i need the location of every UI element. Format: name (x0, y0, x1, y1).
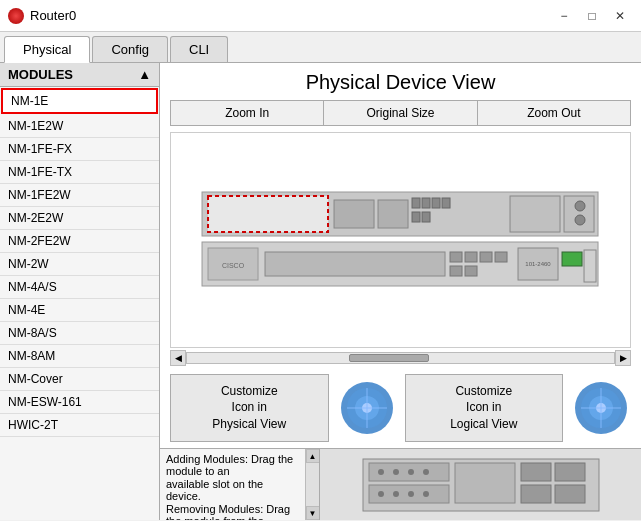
svg-rect-19 (465, 252, 477, 262)
tab-cli[interactable]: CLI (170, 36, 228, 62)
svg-rect-4 (412, 198, 420, 208)
maximize-button[interactable]: □ (579, 5, 605, 27)
module-item[interactable]: NM-8A/S (0, 322, 159, 345)
customize-logical-line1: Customize (455, 384, 512, 398)
module-item[interactable]: NM-4E (0, 299, 159, 322)
customize-logical-button[interactable]: Customize Icon in Logical View (405, 374, 564, 442)
left-panel: MODULES ▲ NM-1E NM-1E2W NM-1FE-FX NM-1FE… (0, 63, 160, 520)
customize-physical-line1: Customize (221, 384, 278, 398)
customize-physical-button[interactable]: Customize Icon in Physical View (170, 374, 329, 442)
svg-point-54 (408, 491, 414, 497)
tab-bar: Physical Config CLI (0, 32, 641, 63)
info-scrollbar[interactable]: ▲ ▼ (305, 449, 319, 520)
svg-rect-46 (521, 485, 551, 503)
svg-rect-7 (442, 198, 450, 208)
module-item[interactable]: NM-ESW-161 (0, 391, 159, 414)
svg-rect-21 (495, 252, 507, 262)
close-button[interactable]: ✕ (607, 5, 633, 27)
svg-point-48 (378, 469, 384, 475)
horizontal-scrollbar[interactable]: ◀ ▶ (170, 350, 631, 366)
svg-point-12 (575, 201, 585, 211)
info-line3: Removing Modules: Drag the module from t… (166, 503, 313, 520)
info-line2: available slot on the device. (166, 478, 313, 502)
minimize-button[interactable]: − (551, 5, 577, 27)
modules-list[interactable]: NM-1E NM-1E2W NM-1FE-FX NM-1FE-TX NM-1FE… (0, 87, 159, 520)
window-title: Router0 (30, 8, 76, 23)
module-item[interactable]: HWIC-2T (0, 414, 159, 437)
svg-rect-22 (450, 266, 462, 276)
customize-physical-line2: Icon in (232, 400, 267, 414)
module-preview-image (361, 455, 601, 515)
module-item[interactable]: NM-2E2W (0, 207, 159, 230)
modules-header: MODULES ▲ (0, 63, 159, 87)
svg-rect-47 (555, 485, 585, 503)
pdv-title: Physical Device View (160, 63, 641, 100)
bottom-preview (320, 449, 641, 520)
module-item[interactable]: NM-2W (0, 253, 159, 276)
module-item[interactable]: NM-Cover (0, 368, 159, 391)
title-bar: Router0 − □ ✕ (0, 0, 641, 32)
info-scroll-down[interactable]: ▼ (306, 506, 320, 520)
svg-rect-26 (562, 252, 582, 266)
bottom-row: Adding Modules: Drag the module to an av… (160, 448, 641, 520)
bottom-buttons: Customize Icon in Physical View Custo (170, 374, 631, 442)
svg-rect-9 (422, 212, 430, 222)
svg-rect-44 (521, 463, 551, 481)
svg-rect-27 (584, 250, 596, 282)
svg-rect-1 (208, 196, 328, 232)
svg-text:101-2460: 101-2460 (526, 261, 552, 267)
scroll-thumb[interactable] (349, 354, 429, 362)
svg-rect-18 (450, 252, 462, 262)
module-item[interactable]: NM-1E2W (0, 115, 159, 138)
tab-physical[interactable]: Physical (4, 36, 90, 63)
zoom-out-button[interactable]: Zoom Out (478, 101, 630, 125)
info-scroll-up[interactable]: ▲ (306, 449, 320, 463)
device-view: CISCO 101-2460 (170, 132, 631, 348)
svg-rect-6 (432, 198, 440, 208)
svg-point-53 (393, 491, 399, 497)
svg-point-51 (423, 469, 429, 475)
scroll-left-arrow[interactable]: ◀ (170, 350, 186, 366)
svg-rect-5 (422, 198, 430, 208)
svg-rect-2 (334, 200, 374, 228)
module-item[interactable]: NM-8AM (0, 345, 159, 368)
customize-physical-line3: Physical View (212, 417, 286, 431)
svg-text:CISCO: CISCO (222, 262, 245, 269)
window-controls: − □ ✕ (551, 5, 633, 27)
svg-point-55 (423, 491, 429, 497)
module-item[interactable]: NM-1FE-TX (0, 161, 159, 184)
customize-logical-line3: Logical View (450, 417, 517, 431)
zoom-in-button[interactable]: Zoom In (171, 101, 324, 125)
svg-rect-20 (480, 252, 492, 262)
main-content: MODULES ▲ NM-1E NM-1E2W NM-1FE-FX NM-1FE… (0, 63, 641, 520)
original-size-button[interactable]: Original Size (324, 101, 477, 125)
scroll-track[interactable] (186, 352, 615, 364)
svg-rect-43 (455, 463, 515, 503)
module-item[interactable]: NM-1E (1, 88, 158, 114)
module-item[interactable]: NM-4A/S (0, 276, 159, 299)
modules-header-label: MODULES (8, 67, 73, 82)
scroll-up-indicator: ▲ (138, 67, 151, 82)
info-line1: Adding Modules: Drag the module to an (166, 453, 313, 477)
module-item[interactable]: NM-1FE2W (0, 184, 159, 207)
svg-rect-17 (265, 252, 445, 276)
tab-config[interactable]: Config (92, 36, 168, 62)
svg-rect-23 (465, 266, 477, 276)
svg-rect-45 (555, 463, 585, 481)
svg-point-13 (575, 215, 585, 225)
svg-rect-10 (510, 196, 560, 232)
customize-logical-line2: Icon in (466, 400, 501, 414)
module-item[interactable]: NM-2FE2W (0, 230, 159, 253)
router-graphic: CISCO 101-2460 (182, 190, 618, 290)
logical-router-icon (571, 378, 631, 438)
svg-rect-8 (412, 212, 420, 222)
zoom-controls: Zoom In Original Size Zoom Out (170, 100, 631, 126)
svg-rect-3 (378, 200, 408, 228)
module-item[interactable]: NM-1FE-FX (0, 138, 159, 161)
title-bar-left: Router0 (8, 8, 76, 24)
scroll-right-arrow[interactable]: ▶ (615, 350, 631, 366)
svg-point-49 (393, 469, 399, 475)
bottom-info: Adding Modules: Drag the module to an av… (160, 449, 320, 520)
svg-point-52 (378, 491, 384, 497)
physical-router-icon (337, 378, 397, 438)
